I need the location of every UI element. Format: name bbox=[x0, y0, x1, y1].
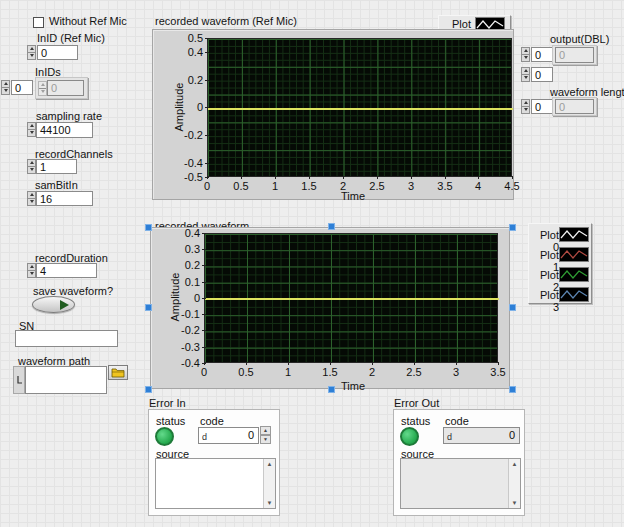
inid-increment-decrement[interactable] bbox=[27, 45, 36, 60]
inid-field[interactable]: 0 bbox=[37, 45, 78, 60]
decrement-icon[interactable]: ▼ bbox=[260, 435, 271, 444]
save-waveform-label: save waveform? bbox=[33, 285, 113, 297]
x-tick: 0 bbox=[193, 180, 221, 192]
y-tick: -0.2 bbox=[175, 129, 203, 141]
scroll-down-icon[interactable]: ▼ bbox=[509, 500, 520, 506]
decrement-icon[interactable] bbox=[28, 167, 35, 174]
error-in-title: Error In bbox=[149, 397, 186, 409]
inids-index-increment-decrement[interactable] bbox=[1, 80, 10, 95]
y-tick: 0.4 bbox=[172, 227, 200, 239]
inid-label: InID (Ref Mic) bbox=[37, 32, 105, 44]
y-tick: -0.4 bbox=[175, 157, 203, 169]
scrollbar[interactable]: ▲ ▼ bbox=[508, 459, 520, 508]
x-tick: 3 bbox=[442, 366, 470, 378]
sam-bit-in-label: samBitIn bbox=[35, 179, 78, 191]
inids-element-field: 0 bbox=[47, 80, 84, 96]
radix-indicator: d bbox=[447, 432, 452, 442]
selection-handle[interactable] bbox=[145, 304, 152, 311]
selection-handle[interactable] bbox=[509, 224, 516, 231]
decrement-icon[interactable] bbox=[522, 75, 529, 82]
code-increment-decrement[interactable]: ▲ ▼ bbox=[260, 426, 271, 444]
browse-button[interactable] bbox=[108, 365, 128, 380]
record-duration-field[interactable]: 4 bbox=[36, 263, 97, 278]
without-ref-mic-checkbox[interactable] bbox=[33, 17, 44, 28]
selection-handle[interactable] bbox=[328, 386, 335, 393]
graph-recorded-waveform: recorded waveform Amplitude 0.4 0.3 0.2 … bbox=[150, 218, 516, 390]
scroll-down-icon[interactable]: ▼ bbox=[264, 500, 275, 506]
increment-icon[interactable]: ▲ bbox=[260, 426, 271, 435]
plot-legend[interactable]: Plot 0 Plot 1 Plot 2 Plot 3 bbox=[528, 223, 592, 304]
y-tick: -0.1 bbox=[172, 308, 200, 320]
record-duration-increment-decrement[interactable] bbox=[27, 263, 36, 278]
code-value: 0 bbox=[509, 429, 515, 441]
selection-handle[interactable] bbox=[328, 223, 335, 230]
x-axis-label: Time bbox=[338, 380, 368, 392]
record-channels-increment-decrement[interactable] bbox=[27, 159, 36, 174]
decrement-icon[interactable] bbox=[28, 271, 35, 278]
inids-element-increment-decrement bbox=[38, 81, 47, 96]
y-tick: 0.2 bbox=[175, 74, 203, 86]
sn-field[interactable] bbox=[15, 330, 118, 347]
source-field[interactable]: ▲ ▼ bbox=[155, 458, 276, 509]
decrement-icon[interactable] bbox=[28, 130, 35, 137]
selection-handle[interactable] bbox=[509, 304, 516, 311]
radix-indicator[interactable]: d bbox=[202, 432, 207, 442]
legend-line-sample[interactable] bbox=[559, 247, 589, 262]
selection-handle[interactable] bbox=[145, 224, 152, 231]
status-label: status bbox=[156, 415, 185, 427]
graph-ref-mic: recorded waveform (Ref Mic) Plot 0 Ampli… bbox=[150, 14, 516, 204]
legend-line-sample[interactable] bbox=[559, 267, 589, 282]
y-tick: 0 bbox=[172, 292, 200, 304]
decrement-icon[interactable] bbox=[522, 107, 529, 114]
record-channels-field[interactable]: 1 bbox=[36, 159, 77, 174]
x-tick: 4 bbox=[464, 180, 492, 192]
code-value[interactable]: 0 bbox=[248, 429, 254, 441]
x-tick: 1 bbox=[261, 180, 289, 192]
plot-area[interactable] bbox=[207, 38, 512, 177]
x-tick: 3.5 bbox=[431, 180, 459, 192]
scroll-up-icon[interactable]: ▲ bbox=[509, 461, 520, 467]
scroll-up-icon[interactable]: ▲ bbox=[264, 461, 275, 467]
waveform-line-icon bbox=[477, 21, 503, 28]
x-tick: 3.5 bbox=[484, 366, 512, 378]
save-waveform-button[interactable] bbox=[32, 296, 75, 313]
selection-handle[interactable] bbox=[145, 386, 152, 393]
legend-line-sample[interactable] bbox=[559, 287, 589, 302]
legend-line-sample[interactable] bbox=[559, 227, 589, 242]
sam-bit-in-increment-decrement[interactable] bbox=[27, 191, 36, 206]
button-arrow-icon bbox=[60, 300, 69, 310]
decrement-icon[interactable] bbox=[28, 53, 35, 60]
decrement-icon[interactable] bbox=[2, 88, 9, 95]
selection-handle[interactable] bbox=[509, 386, 516, 393]
plot-area[interactable] bbox=[204, 233, 498, 363]
x-axis-label: Time bbox=[338, 190, 368, 202]
y-tick: 0.2 bbox=[172, 259, 200, 271]
waveform-line-icon bbox=[561, 231, 587, 238]
waveform-line-icon bbox=[561, 271, 587, 278]
code-label: code bbox=[200, 415, 224, 427]
waveform-line-icon bbox=[561, 251, 587, 258]
sam-bit-in-field[interactable]: 16 bbox=[36, 191, 93, 206]
output-dbl-index1-increment-decrement[interactable] bbox=[521, 47, 530, 62]
status-led[interactable] bbox=[155, 427, 174, 446]
code-field[interactable]: d 0 bbox=[198, 427, 259, 444]
output-dbl-index2-field[interactable]: 0 bbox=[531, 67, 553, 82]
inids-index-field[interactable]: 0 bbox=[11, 80, 33, 95]
decrement-icon[interactable] bbox=[522, 55, 529, 62]
waveform-length-index-field[interactable]: 0 bbox=[531, 99, 553, 114]
waveform-length-index-increment-decrement[interactable] bbox=[521, 99, 530, 114]
plot-0-trace bbox=[208, 108, 513, 110]
waveform-path-field[interactable] bbox=[25, 366, 107, 394]
sampling-rate-field[interactable]: 44100 bbox=[36, 122, 93, 138]
y-tick: 0.1 bbox=[172, 276, 200, 288]
source-field: ▲ ▼ bbox=[400, 458, 521, 509]
output-dbl-index1-field[interactable]: 0 bbox=[531, 47, 553, 62]
y-tick: 0.4 bbox=[175, 46, 203, 58]
decrement-icon[interactable] bbox=[28, 199, 35, 206]
output-dbl-index2-increment-decrement[interactable] bbox=[521, 67, 530, 82]
x-tick: 2 bbox=[358, 366, 386, 378]
waveform-line-icon bbox=[561, 291, 587, 298]
scrollbar[interactable]: ▲ ▼ bbox=[263, 459, 275, 508]
output-dbl-element-field: 0 bbox=[555, 47, 594, 63]
sampling-rate-increment-decrement[interactable] bbox=[27, 122, 36, 137]
